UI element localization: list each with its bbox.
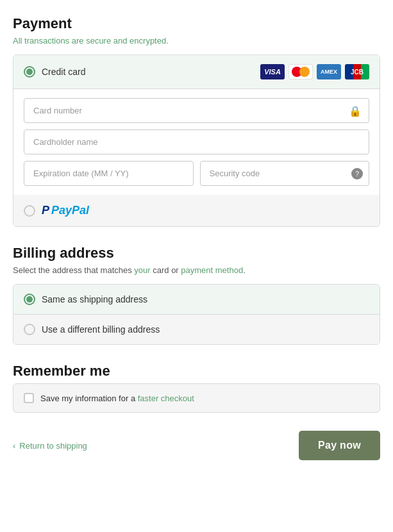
billing-same-label: Same as shipping address [42,294,147,304]
remember-section: Remember me Save my information for a fa… [13,363,380,413]
amex-icon: AMEX [317,64,341,79]
security-code-wrap: ? [200,161,370,186]
paypal-logo: P PayPal [42,204,89,217]
expiration-wrap [24,161,194,186]
credit-card-fields: 🔒 ? [13,89,380,195]
pay-now-button[interactable]: Pay now [299,431,380,460]
billing-options-container: Same as shipping address Use a different… [13,284,380,345]
visa-icon: VISA [260,64,285,79]
paypal-text: PayPal [51,204,89,217]
lock-icon: 🔒 [349,104,362,117]
jcb-icon: JCB [345,64,369,79]
faster-checkout-link: faster checkout [138,394,194,403]
billing-title: Billing address [13,245,380,262]
card-number-wrap: 🔒 [24,98,369,123]
security-code-input[interactable] [200,161,370,186]
security-code-help-icon[interactable]: ? [351,168,363,179]
remember-title: Remember me [13,363,380,379]
paypal-option[interactable]: P PayPal [13,195,380,226]
billing-subtitle-your: your [134,265,150,275]
billing-option-same[interactable]: Same as shipping address [13,285,380,315]
billing-different-label: Use a different billing address [42,324,160,335]
payment-container: Credit card VISA AMEX JCB 🔒 ? [13,54,380,227]
card-icons-group: VISA AMEX JCB [260,64,369,79]
payment-subtitle: All transactions are secure and encrypte… [13,36,380,46]
footer-actions: ‹ Return to shipping Pay now [13,431,380,460]
card-number-input[interactable] [24,98,369,123]
billing-section: Billing address Select the address that … [13,245,380,345]
return-to-shipping-label: Return to shipping [19,441,87,451]
credit-card-label-group: Credit card [24,66,260,78]
billing-different-radio[interactable] [24,324,35,335]
billing-option-different[interactable]: Use a different billing address [13,315,380,344]
credit-card-option[interactable]: Credit card VISA AMEX JCB [13,55,380,89]
paypal-radio[interactable] [24,205,35,217]
billing-subtitle-payment: payment method [181,265,243,275]
billing-subtitle: Select the address that matches your car… [13,265,380,275]
chevron-left-icon: ‹ [13,441,15,451]
expiration-input[interactable] [24,161,194,186]
cardholder-name-input[interactable] [24,129,369,154]
billing-same-radio[interactable] [24,294,35,305]
remember-box: Save my information for a faster checkou… [13,383,380,413]
cardholder-name-wrap [24,129,369,154]
expiry-security-row: ? [24,161,369,186]
payment-title: Payment [13,15,380,32]
return-to-shipping-link[interactable]: ‹ Return to shipping [13,441,87,451]
mastercard-icon [288,64,313,79]
remember-text: Save my information for a faster checkou… [40,394,194,403]
credit-card-label: Credit card [42,67,85,77]
remember-checkbox[interactable] [24,393,34,403]
paypal-p-letter: P [42,204,49,217]
credit-card-radio[interactable] [24,66,35,78]
